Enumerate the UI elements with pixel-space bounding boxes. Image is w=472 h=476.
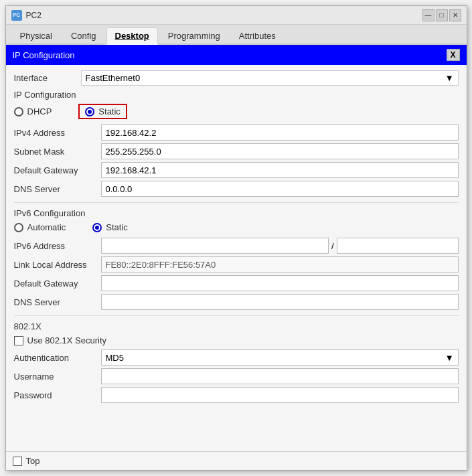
interface-dropdown[interactable]: FastEthernet0 ▼	[81, 70, 459, 86]
top-checkbox[interactable]	[13, 457, 22, 466]
dns-server-label: DNS Server	[14, 184, 101, 194]
auth-dropdown[interactable]: MD5 ▼	[101, 349, 459, 366]
ip-config-header: IP Configuration X	[6, 45, 467, 65]
subnet-mask-label: Subnet Mask	[14, 147, 101, 157]
ipv6-address-label: IPv6 Address	[14, 241, 101, 251]
subnet-mask-input[interactable]	[101, 143, 459, 159]
ipv4-section-title: IP Configuration	[14, 90, 459, 100]
ipv6-auto-option[interactable]: Automatic	[14, 222, 66, 232]
default-gateway-label: Default Gateway	[14, 165, 101, 175]
ipv6-default-gateway-input[interactable]	[101, 275, 459, 291]
interface-value: FastEthernet0	[86, 73, 141, 83]
subnet-mask-row: Subnet Mask	[14, 143, 459, 159]
window-controls: — □ ✕	[422, 9, 461, 21]
ipv6-dns-input[interactable]	[101, 294, 459, 310]
ipv4-address-label: IPv4 Address	[14, 128, 101, 138]
default-gateway-row: Default Gateway	[14, 162, 459, 178]
ipv6-dns-label: DNS Server	[14, 297, 101, 307]
use-8021x-checkbox[interactable]	[14, 336, 23, 345]
maximize-button[interactable]: □	[436, 9, 448, 21]
ip-config-close-button[interactable]: X	[447, 49, 460, 61]
use-8021x-label: Use 802.1X Security	[27, 335, 107, 345]
default-gateway-input[interactable]	[101, 162, 459, 178]
ipv6-auto-radio[interactable]	[14, 223, 23, 232]
tab-attributes[interactable]: Attributes	[230, 27, 285, 44]
link-local-label: Link Local Address	[14, 260, 101, 270]
bottom-bar: Top	[6, 451, 467, 470]
8021x-section-title: 802.1X	[14, 321, 459, 331]
static-label: Static	[98, 106, 121, 116]
ipv6-section-title: IPv6 Configuration	[14, 208, 459, 218]
slash-divider: /	[331, 241, 334, 251]
link-local-row: Link Local Address	[14, 256, 459, 272]
ipv6-dns-row: DNS Server	[14, 294, 459, 310]
password-row: Password	[14, 387, 459, 403]
ipv6-default-gateway-label: Default Gateway	[14, 279, 101, 289]
ipv6-static-label: Static	[106, 222, 128, 232]
app-icon: PC	[11, 10, 22, 21]
dns-server-input[interactable]	[101, 181, 459, 197]
tab-bar: Physical Config Desktop Programming Attr…	[6, 25, 467, 45]
divider-1	[14, 202, 459, 203]
ipv4-address-input[interactable]	[101, 125, 459, 141]
ipv6-prefix-input[interactable]	[337, 238, 459, 254]
ipv6-default-gateway-row: Default Gateway	[14, 275, 459, 291]
ipv6-address-row: IPv6 Address /	[14, 238, 459, 254]
dropdown-arrow-icon: ▼	[445, 73, 454, 83]
auth-value: MD5	[106, 353, 124, 363]
ipv4-address-row: IPv4 Address	[14, 125, 459, 141]
divider-2	[14, 315, 459, 316]
username-label: Username	[14, 372, 101, 382]
dhcp-radio[interactable]	[14, 107, 23, 116]
password-input[interactable]	[101, 387, 459, 403]
ipv6-address-input[interactable]	[101, 238, 329, 254]
title-bar: PC PC2 — □ ✕	[6, 6, 467, 25]
top-label: Top	[26, 456, 40, 466]
ipv6-static-radio-dot	[95, 226, 99, 230]
ipv6-mode-row: Automatic Static	[14, 222, 459, 232]
dns-server-row: DNS Server	[14, 181, 459, 197]
ipv6-inputs: /	[101, 238, 459, 254]
link-local-input[interactable]	[101, 256, 459, 272]
main-window: PC PC2 — □ ✕ Physical Config Desktop Pro…	[5, 5, 467, 471]
window-title: PC2	[26, 11, 418, 20]
ip-config-title: IP Configuration	[13, 50, 75, 60]
auth-dropdown-arrow-icon: ▼	[445, 353, 454, 363]
auth-row: Authentication MD5 ▼	[14, 349, 459, 366]
username-row: Username	[14, 368, 459, 384]
interface-row: Interface FastEthernet0 ▼	[14, 70, 459, 86]
password-label: Password	[14, 390, 101, 400]
dhcp-label: DHCP	[27, 106, 52, 116]
content-area: IP Configuration X Interface FastEtherne…	[6, 45, 467, 451]
static-radio[interactable]	[85, 107, 94, 116]
ipv6-static-option[interactable]: Static	[92, 222, 128, 232]
static-option[interactable]: Static	[78, 104, 127, 119]
close-window-button[interactable]: ✕	[449, 9, 461, 21]
tab-programming[interactable]: Programming	[159, 27, 229, 44]
ipv6-auto-label: Automatic	[27, 222, 66, 232]
static-radio-dot	[88, 110, 92, 114]
tab-config[interactable]: Config	[62, 27, 105, 44]
dhcp-option[interactable]: DHCP	[14, 106, 52, 116]
use-8021x-row: Use 802.1X Security	[14, 335, 459, 345]
ip-mode-row: DHCP Static	[14, 104, 459, 119]
minimize-button[interactable]: —	[422, 9, 435, 21]
auth-label: Authentication	[14, 353, 101, 363]
ipv6-static-radio[interactable]	[92, 223, 102, 232]
form-area: Interface FastEthernet0 ▼ IP Configurati…	[6, 65, 467, 411]
tab-desktop[interactable]: Desktop	[106, 27, 158, 45]
tab-physical[interactable]: Physical	[11, 27, 61, 44]
username-input[interactable]	[101, 368, 459, 384]
interface-label: Interface	[14, 73, 81, 83]
